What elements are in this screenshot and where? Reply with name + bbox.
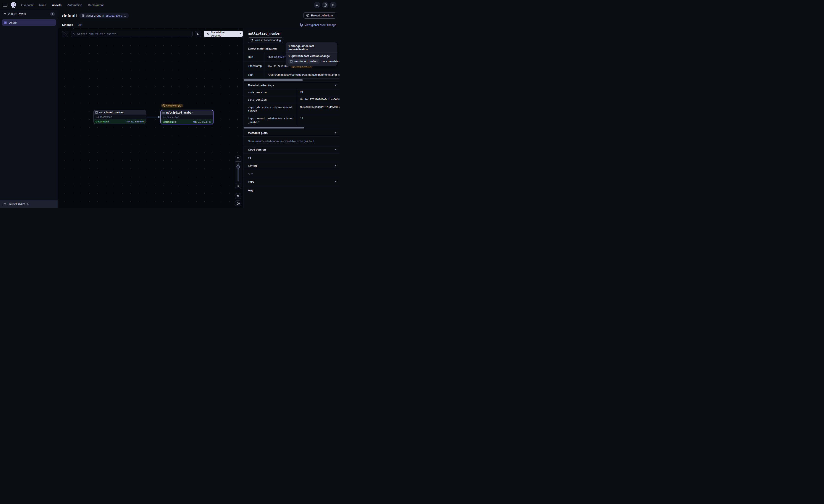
- materialize-selected-button[interactable]: Materialize selected: [204, 31, 243, 37]
- folder-icon: [3, 12, 6, 16]
- page-title: default: [62, 13, 77, 18]
- scrollbar-thumb[interactable]: [243, 79, 303, 81]
- row-label: path: [243, 71, 265, 78]
- nav-deployment[interactable]: Deployment: [88, 3, 103, 7]
- refresh-graph-button[interactable]: [195, 31, 201, 37]
- tag-key: input_data_version/versioned_number: [243, 104, 297, 115]
- sidebar-group-row[interactable]: 250321-dvers 1: [0, 10, 58, 18]
- section-materialization-tags[interactable]: Materialization tags: [243, 82, 339, 89]
- chevron-down-icon[interactable]: [334, 85, 337, 86]
- code-version-value: v1: [243, 153, 339, 162]
- chevron-down-icon: [240, 33, 241, 34]
- search-icon: [73, 32, 76, 35]
- sparkle-icon: [206, 32, 209, 35]
- popover-title: 1 change since last materialization: [286, 42, 337, 53]
- reload-definitions-label: Reload definitions: [311, 14, 333, 17]
- asset-node-versioned-number[interactable]: versioned_number No description Material…: [94, 110, 146, 124]
- asset-node-description: No description: [161, 115, 213, 119]
- nav-overview[interactable]: Overview: [21, 3, 33, 7]
- zoom-slider-thumb[interactable]: [236, 165, 240, 168]
- table-icon: [95, 111, 98, 114]
- unsynced-badge-label: Unsynced (1): [166, 104, 181, 107]
- sidebar-item-default[interactable]: default: [2, 19, 56, 26]
- table-icon: [163, 111, 165, 114]
- asset-search-bar[interactable]: [71, 31, 193, 37]
- sidebar-footer[interactable]: 250321-dvers: [0, 200, 58, 208]
- materialized-time: Mar 21, 5:12 PM: [193, 120, 211, 123]
- zoom-in-button[interactable]: [235, 156, 241, 161]
- section-title: Config: [248, 164, 257, 167]
- settings-button[interactable]: [330, 2, 336, 8]
- zoom-slider[interactable]: [235, 161, 241, 183]
- asset-node-name: versioned_number: [99, 111, 124, 114]
- asset-node-description: No description: [94, 115, 146, 119]
- section-metadata-plots[interactable]: Metadata plots: [243, 129, 339, 136]
- sidebar-group-name: 250321-dvers: [8, 12, 48, 16]
- external-link-icon: [250, 39, 253, 42]
- scrollbar-thumb[interactable]: [243, 127, 304, 128]
- folder-icon: [3, 202, 6, 206]
- search-input[interactable]: [77, 32, 191, 35]
- sync-icon[interactable]: [27, 203, 30, 205]
- unsynced-icon: [163, 104, 165, 107]
- view-global-asset-lineage-link[interactable]: View global asset lineage: [300, 23, 336, 27]
- asset-group-badge[interactable]: Asset Group in 250321-dvers: [80, 13, 129, 18]
- lineage-graph-icon: [300, 23, 303, 27]
- table-row: path /Users/smackesey/stm/code/elementl/…: [243, 71, 339, 79]
- zoom-out-button[interactable]: [235, 183, 241, 189]
- chevron-down-icon[interactable]: [334, 165, 337, 166]
- lineage-graph-canvas[interactable]: Materialize selected Unsynced (1) versio…: [58, 28, 243, 208]
- chevron-down-icon[interactable]: [334, 181, 337, 182]
- tab-list[interactable]: List: [78, 23, 82, 28]
- table-row: input_data_version/versioned_number fb04…: [243, 104, 339, 115]
- graph-settings-button[interactable]: [235, 193, 241, 199]
- table-row: code_version v1: [243, 89, 339, 96]
- section-type[interactable]: Type: [243, 178, 339, 185]
- help-button[interactable]: ?: [322, 2, 328, 8]
- sync-icon[interactable]: [124, 14, 126, 17]
- view-tabs: Lineage List View global asset lineage: [58, 21, 339, 28]
- materialized-time: Mar 21, 5:19 PM: [125, 120, 144, 123]
- help-icon: ?: [323, 3, 327, 7]
- asset-groups-sidebar: 250321-dvers 1 default 250321-dvers: [0, 10, 58, 208]
- asset-details-title: multiplied_number: [248, 31, 335, 35]
- download-graph-button[interactable]: [235, 200, 241, 206]
- materialize-dropdown-button[interactable]: [238, 31, 243, 37]
- nav-runs[interactable]: Runs: [39, 3, 46, 7]
- unsynced-badge[interactable]: Unsynced (1): [161, 104, 183, 108]
- changes-popover: 1 change since last materialization 1 up…: [286, 42, 337, 66]
- sidebar-group-count: 1: [50, 12, 55, 16]
- dagster-logo[interactable]: [10, 2, 17, 9]
- reload-definitions-icon: [306, 14, 309, 17]
- tag-value: v1: [297, 89, 339, 96]
- section-code-version[interactable]: Code Version: [243, 146, 339, 153]
- asset-node-multiplied-number[interactable]: multiplied_number No description Materia…: [161, 110, 213, 124]
- hamburger-menu-icon[interactable]: [3, 4, 7, 6]
- path-link[interactable]: /Users/smackesey/stm/code/elementl/exper…: [268, 73, 339, 76]
- badge-prefix: Asset Group in: [86, 14, 104, 17]
- asset-group-icon: [82, 14, 85, 17]
- badge-group-link[interactable]: 250321-dvers: [106, 14, 122, 17]
- tag-key: input_event_pointer/versioned_number: [243, 115, 297, 126]
- nav-assets[interactable]: Assets: [52, 3, 62, 7]
- chevron-down-icon[interactable]: [334, 132, 337, 133]
- asset-chip[interactable]: versioned_number: [288, 59, 320, 64]
- horizontal-scrollbar: [243, 79, 339, 82]
- search-button[interactable]: [314, 2, 320, 8]
- reload-definitions-button[interactable]: Reload definitions: [303, 12, 336, 19]
- tab-lineage[interactable]: Lineage: [62, 23, 73, 28]
- sync-icon: [197, 32, 200, 35]
- nav-automation[interactable]: Automation: [67, 3, 82, 7]
- row-label: Run: [243, 52, 265, 61]
- asset-group-icon: [4, 21, 7, 24]
- chevron-down-icon[interactable]: [334, 149, 337, 150]
- materialize-selected-label: Materialize selected: [211, 31, 235, 37]
- zoom-out-icon: [237, 185, 240, 188]
- zoom-in-icon: [237, 157, 240, 160]
- zoom-controls: [235, 155, 241, 189]
- tag-value: f6ccba1776380941e9cd1ea66481d: [297, 96, 339, 103]
- section-config[interactable]: Config: [243, 162, 339, 169]
- expand-panel-button[interactable]: [62, 31, 69, 37]
- materialized-status: Materialized: [96, 120, 109, 123]
- view-in-asset-catalog-button[interactable]: View in Asset Catalog: [248, 37, 283, 43]
